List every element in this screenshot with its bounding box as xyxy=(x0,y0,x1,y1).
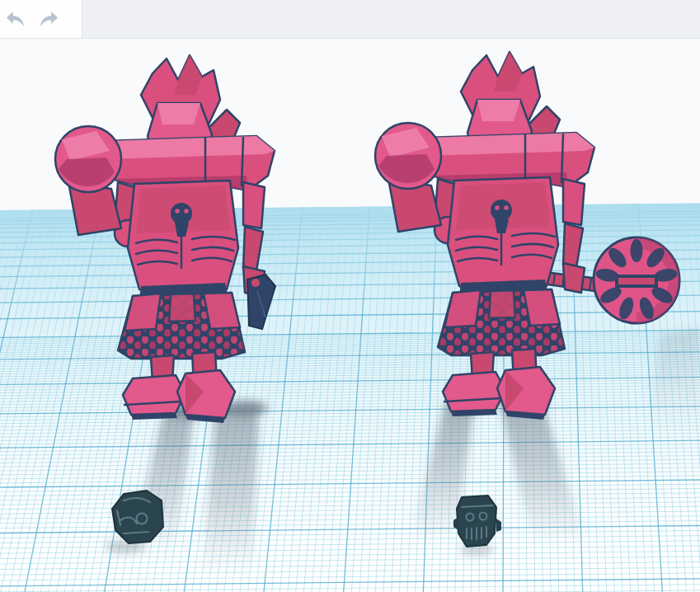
toolbar xyxy=(0,0,700,39)
redo-button[interactable] xyxy=(35,2,63,35)
model-warrior-left[interactable] xyxy=(55,55,275,423)
model-warrior-right[interactable] xyxy=(375,52,594,420)
viewport-3d[interactable] xyxy=(0,39,700,592)
app-window xyxy=(0,0,700,592)
model-warrior-left-hand-weapon xyxy=(247,275,275,329)
redo-arrow-icon xyxy=(38,11,59,28)
model-skull-head-left[interactable] xyxy=(112,491,163,543)
undo-button[interactable] xyxy=(2,2,30,35)
undo-arrow-icon xyxy=(5,11,26,28)
models-layer xyxy=(0,39,700,592)
model-skull-head-right[interactable] xyxy=(453,496,501,547)
toolbar-undo-redo-group xyxy=(0,0,82,38)
